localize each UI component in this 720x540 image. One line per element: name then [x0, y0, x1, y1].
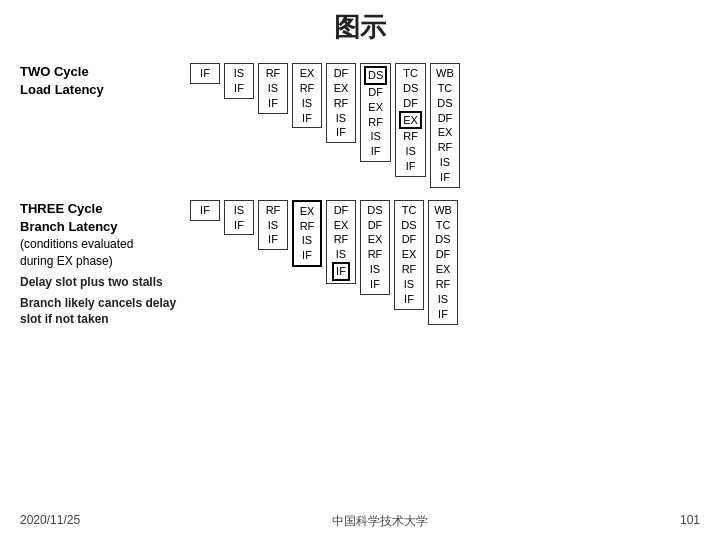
if-highlight: IF — [332, 262, 350, 281]
page-title: 图示 — [20, 10, 700, 45]
b-stage-7: TCDSDFEXRFISIF — [394, 200, 424, 310]
footer-date: 2020/11/25 — [20, 513, 80, 530]
three-cycle-row: THREE CycleBranch Latency (conditions ev… — [20, 200, 458, 328]
ds-highlight: DS — [364, 66, 387, 85]
page: 图示 TWO Cycle Load Latency IF ISIF RFISIF… — [0, 0, 720, 540]
ex-highlight: EX — [399, 111, 422, 130]
stage-4: EXRFISIF — [292, 63, 322, 128]
three-cycle-sub1: (conditions evaluated — [20, 236, 182, 253]
stage-5: DFEXRFISIF — [326, 63, 356, 143]
three-cycle-label-text: THREE CycleBranch Latency — [20, 200, 182, 236]
section-two-cycle: TWO Cycle Load Latency IF ISIF RFISIF EX… — [20, 63, 700, 188]
three-cycle-pipeline: IF ISIF RFISIF EXRFISIF DFEXRFIS IF DSDF… — [190, 200, 458, 325]
b-stage-8: WBTCDSDFEXRFISIF — [428, 200, 458, 325]
footer-page: 101 — [680, 513, 700, 530]
stage-7: TCDSDF EX RFISIF — [395, 63, 426, 177]
stage-6: DS DFEXRFISIF — [360, 63, 391, 162]
b-stage-2: ISIF — [224, 200, 254, 236]
two-cycle-pipeline: IF ISIF RFISIF EXRFISIF DFEXRFISIF DS DF… — [190, 63, 460, 188]
section-two-cycle-label: TWO Cycle Load Latency — [20, 63, 190, 99]
b-stage-4: EXRFISIF — [292, 200, 322, 267]
footer-university: 中国科学技术大学 — [332, 513, 428, 530]
three-cycle-note2: Branch likely cancels delay slot if not … — [20, 295, 182, 329]
stage-2: ISIF — [224, 63, 254, 99]
two-cycle-label-text: TWO Cycle Load Latency — [20, 64, 104, 97]
stage-8: WBTCDSDFEXRFISIF — [430, 63, 460, 188]
footer: 2020/11/25 中国科学技术大学 101 — [20, 513, 700, 530]
b-stage-3: RFISIF — [258, 200, 288, 251]
stage-1: IF — [190, 63, 220, 84]
three-cycle-sub2: during EX phase) — [20, 253, 182, 270]
stage-3: RFISIF — [258, 63, 288, 114]
b-stage-1: IF — [190, 200, 220, 221]
section-three-cycle: THREE CycleBranch Latency (conditions ev… — [20, 200, 700, 328]
b-stage-6: DSDFEXRFISIF — [360, 200, 390, 295]
three-cycle-note1: Delay slot plus two stalls — [20, 274, 182, 291]
b-stage-5: DFEXRFIS IF — [326, 200, 356, 284]
section-three-cycle-label: THREE CycleBranch Latency (conditions ev… — [20, 200, 190, 328]
